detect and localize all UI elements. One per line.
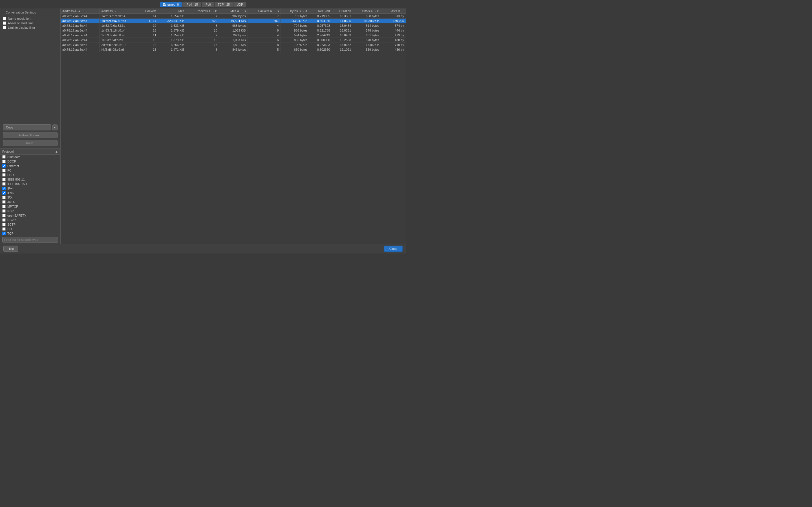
table-cell: 697	[248, 18, 281, 23]
protocol-label: IPv4	[7, 187, 13, 190]
col-packets-b-a[interactable]: Packets A → B	[248, 8, 281, 14]
protocol-filter-input[interactable]	[2, 237, 58, 242]
protocol-checkbox-ipv4[interactable]	[2, 187, 6, 190]
protocol-checkbox-bluetooth[interactable]	[2, 155, 6, 159]
protocol-item-ieee-802-15-4[interactable]: IEEE 802.15.4	[0, 182, 60, 186]
col-packets[interactable]: Packets	[138, 8, 158, 14]
limit-display-filter-checkbox[interactable]	[3, 26, 6, 29]
protocol-item-sctp[interactable]: SCTP	[0, 222, 60, 227]
protocol-item-fddi[interactable]: FDDI	[0, 173, 60, 177]
col-packets-a-b[interactable]: Packets A → B	[186, 8, 219, 14]
absolute-start-time-checkbox[interactable]	[3, 21, 6, 25]
col-bytes[interactable]: Bytes	[158, 8, 186, 14]
protocol-item-jxta[interactable]: JXTA	[0, 200, 60, 204]
protocol-label: IEEE 802.11	[7, 178, 25, 181]
tab-ethernet8[interactable]: Ethernet · 8	[160, 2, 182, 7]
protocol-item-ieee-802-11[interactable]: IEEE 802.11	[0, 177, 60, 182]
protocol-checkbox-ethernet[interactable]	[2, 164, 6, 168]
col-duration[interactable]: Duration	[332, 8, 353, 14]
table-body: a0:78:17:aa:6e:4414:c1:4e:7f:b0:14141,65…	[61, 14, 406, 52]
protocol-item-mptcp[interactable]: MPTCP	[0, 204, 60, 209]
table-row[interactable]: a0:78:17:aa:6e:441c:53:f9:44:b8:a3111,35…	[61, 33, 406, 38]
protocol-checkbox-sctp[interactable]	[2, 223, 6, 226]
table-cell: 792 bytes	[281, 14, 309, 18]
table-cell: 0.257628	[309, 23, 332, 28]
col-address-a[interactable]: Address A ▲	[61, 8, 100, 14]
conversations-table: Address A ▲ Address B Packets Bytes Pack…	[61, 8, 406, 52]
table-cell: 6	[248, 28, 281, 33]
protocol-checkbox-ieee-802-15-4[interactable]	[2, 182, 6, 186]
protocol-item-fc[interactable]: FC	[0, 168, 60, 173]
protocol-checkbox-fc[interactable]	[2, 169, 6, 172]
follow-stream-button[interactable]: Follow Stream...	[3, 132, 57, 138]
protocol-item-ipv4[interactable]: IPv4	[0, 186, 60, 191]
table-row[interactable]: a0:78:17:aa:6e:4420:df:b9:2e:0d:19243,26…	[61, 43, 406, 47]
table-row[interactable]: a0:78:17:aa:6e:4418:d6:c7:a7:07:4c1,1173…	[61, 18, 406, 23]
table-cell: 18:d6:c7:a7:07:4c	[100, 18, 138, 23]
button-section: Copy ▾ Follow Stream... Graph...	[0, 122, 60, 149]
protocol-item-ncp[interactable]: NCP	[0, 209, 60, 213]
protocol-checkbox-opensafety[interactable]	[2, 214, 6, 217]
col-bytes-b-a[interactable]: Bytes B → A	[281, 8, 309, 14]
table-row[interactable]: a0:78:17:aa:6e:441c:53:f9:4f:d3:93161,87…	[61, 38, 406, 43]
protocol-checkbox-ipx[interactable]	[2, 196, 6, 199]
tab-tcp25[interactable]: TCP · 25	[214, 2, 233, 7]
protocol-item-tcp[interactable]: TCP	[0, 231, 60, 236]
protocol-checkbox-ncp[interactable]	[2, 209, 6, 213]
data-table-container[interactable]: Address A ▲ Address B Packets Bytes Pack…	[61, 8, 406, 244]
name-resolution-checkbox[interactable]	[3, 17, 6, 20]
copy-dropdown-button[interactable]: ▾	[52, 124, 57, 130]
graph-button[interactable]: Graph...	[3, 140, 57, 146]
protocol-checkbox-ipv6[interactable]	[2, 191, 6, 194]
protocol-item-ipx[interactable]: IPX	[0, 195, 60, 200]
copy-button[interactable]: Copy	[3, 124, 51, 130]
protocol-sort-icon: ▲	[55, 150, 58, 153]
table-cell: 968 bytes	[219, 23, 248, 28]
protocol-item-ipv6[interactable]: IPv6	[0, 191, 60, 195]
tab-udp[interactable]: UDP	[234, 2, 246, 7]
table-cell: 14.0305	[332, 18, 353, 23]
table-cell: 1,063 KiB	[219, 38, 248, 43]
protocol-checkbox-ieee-802-11[interactable]	[2, 178, 6, 181]
tab-ipv6[interactable]: IPv6	[202, 2, 214, 7]
name-resolution-row: Name resolution	[3, 16, 57, 21]
table-cell: 8	[186, 23, 219, 28]
col-bits-a-b[interactable]: Bits/s A → B	[353, 8, 381, 14]
close-button[interactable]: Close	[384, 245, 403, 252]
help-button[interactable]: Help	[3, 245, 18, 252]
col-bits-b-a[interactable]: Bits/s B →	[381, 8, 406, 14]
tab-ipv415[interactable]: IPv4 · 15	[183, 2, 201, 7]
table-cell: 14:c1:4e:7f:b0:14	[100, 14, 138, 18]
protocol-checkbox-jxta[interactable]	[2, 200, 6, 204]
table-row[interactable]: a0:78:17:aa:6e:441c:53:f9:0a:83:3c121,63…	[61, 23, 406, 28]
table-row[interactable]: a0:78:17:aa:6e:441c:53:f9:16:b0:bf161,87…	[61, 28, 406, 33]
protocol-label: IPX	[7, 196, 12, 199]
table-cell: f4:f5:d8:08:e2:e6	[100, 47, 138, 52]
copy-row: Copy ▾	[3, 124, 57, 130]
protocol-item-ethernet[interactable]: Ethernet	[0, 164, 60, 168]
table-cell: 20:df:b9:2e:0d:19	[100, 43, 138, 47]
protocol-label: TCP	[7, 232, 13, 235]
table-cell: 16	[138, 28, 158, 33]
protocol-item-opensafety[interactable]: openSAFETY	[0, 213, 60, 218]
protocol-item-sll[interactable]: SLL	[0, 227, 60, 231]
protocol-checkbox-tcp[interactable]	[2, 232, 6, 235]
table-cell: 16	[138, 38, 158, 43]
protocol-item-dccp[interactable]: DCCP	[0, 159, 60, 164]
table-row[interactable]: a0:78:17:aa:6e:4414:c1:4e:7f:b0:14141,65…	[61, 14, 406, 18]
protocol-label: FC	[7, 169, 11, 172]
protocol-checkbox-rsvp[interactable]	[2, 218, 6, 222]
table-cell: 7	[186, 14, 219, 18]
protocol-checkbox-sll[interactable]	[2, 227, 6, 231]
table-cell: 704 bytes	[281, 23, 309, 28]
protocol-checkbox-dccp[interactable]	[2, 160, 6, 163]
col-address-b[interactable]: Address B	[100, 8, 138, 14]
protocol-checkbox-mptcp[interactable]	[2, 205, 6, 208]
protocol-checkbox-fddi[interactable]	[2, 173, 6, 177]
protocol-item-rsvp[interactable]: RSVP	[0, 218, 60, 222]
tab-bar: Ethernet · 8IPv4 · 15IPv6TCP · 25UDP	[0, 0, 406, 8]
col-rel-start[interactable]: Rel Start	[309, 8, 332, 14]
protocol-item-bluetooth[interactable]: Bluetooth	[0, 155, 60, 159]
col-bytes-a-b[interactable]: Bytes A → B	[219, 8, 248, 14]
table-row[interactable]: a0:78:17:aa:6e:44f4:f5:d8:08:e2:e6131,47…	[61, 47, 406, 52]
